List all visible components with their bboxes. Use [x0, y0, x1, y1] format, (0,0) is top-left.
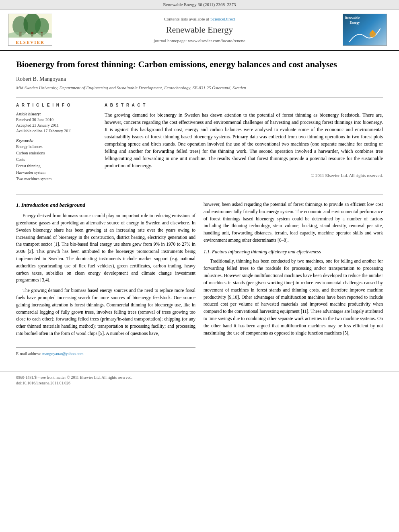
- accepted-date: Accepted 23 January 2011: [16, 123, 97, 128]
- keyword-4: Forest thinning: [16, 163, 97, 169]
- nature-illustration: [8, 14, 52, 38]
- journal-logo-text: RenewableEnergy: [345, 16, 360, 25]
- intro-para2: The growing demand for biomass based ene…: [16, 287, 195, 337]
- abstract-column: A B S T R A C T The growing demand for b…: [105, 103, 383, 186]
- article-info-column: A R T I C L E I N F O Article history: R…: [16, 103, 97, 186]
- abstract-heading: A B S T R A C T: [105, 103, 383, 108]
- keyword-6: Two machines system: [16, 176, 97, 182]
- right-para2: Traditionally, thinning has been conduct…: [204, 258, 383, 337]
- renewable-energy-logo-graphic: [345, 27, 385, 44]
- main-content: Bioenergy from forest thinning: Carbon e…: [0, 51, 399, 365]
- body-columns: 1. Introduction and background Energy de…: [16, 201, 383, 357]
- author-name: Robert B. Mangoyana: [16, 75, 383, 83]
- affiliation: Mid Sweden University, Department of Eng…: [16, 85, 383, 91]
- bottom-bar: 0960-1481/$ – see front matter © 2011 El…: [0, 371, 399, 389]
- keyword-2: Carbon emissions: [16, 150, 97, 156]
- bottom-copyright: 0960-1481/$ – see front matter © 2011 El…: [16, 375, 132, 380]
- email-footnote: E-mail address: mangoyanar@yahoo.com: [16, 351, 195, 357]
- footnote-section: E-mail address: mangoyanar@yahoo.com: [16, 347, 195, 357]
- article-info-abstract-section: A R T I C L E I N F O Article history: R…: [16, 97, 383, 186]
- abstract-text: The growing demand for bioenergy in Swed…: [105, 111, 383, 169]
- elsevier-logo-area: ELSEVIER: [8, 14, 56, 46]
- keyword-5: Harwarder system: [16, 169, 97, 176]
- email-label: E-mail address:: [16, 351, 41, 356]
- body-left-column: 1. Introduction and background Energy de…: [16, 201, 195, 357]
- keyword-1: Energy balances: [16, 144, 97, 150]
- body-right-column: however, been asked regarding the potent…: [204, 201, 383, 357]
- history-label: Article history:: [16, 111, 97, 117]
- journal-header-center: Contents lists available at ScienceDirec…: [60, 16, 339, 44]
- keywords-block: Keywords: Energy balances Carbon emissio…: [16, 138, 97, 182]
- journal-header: ELSEVIER Contents lists available at Sci…: [0, 10, 399, 51]
- email-link[interactable]: mangoyanar@yahoo.com: [42, 351, 84, 356]
- journal-logo-box: RenewableEnergy: [343, 14, 387, 46]
- sub-section-heading: 1.1. Factors influencing thinning effici…: [204, 248, 383, 256]
- journal-homepage: journal homepage: www.elsevier.com/locat…: [60, 38, 339, 44]
- elsevier-wordmark: ELSEVIER: [16, 39, 45, 45]
- sciencedirect-link[interactable]: ScienceDirect: [210, 16, 235, 21]
- elsevier-logo-box: ELSEVIER: [8, 14, 52, 46]
- article-history-block: Article history: Received 30 June 2010 A…: [16, 111, 97, 134]
- journal-citation: Renewable Energy 36 (2011) 2368–2373: [163, 2, 236, 7]
- keyword-3: Costs: [16, 156, 97, 163]
- top-bar: Renewable Energy 36 (2011) 2368–2373: [0, 0, 399, 10]
- received-date: Received 30 June 2010: [16, 117, 97, 123]
- contents-available: Contents lists available at ScienceDirec…: [60, 16, 339, 22]
- keywords-label: Keywords:: [16, 138, 97, 144]
- intro-para1: Energy derived from biomass sources coul…: [16, 212, 195, 284]
- available-date: Available online 17 February 2011: [16, 128, 97, 134]
- journal-logo-area: RenewableEnergy: [343, 14, 391, 46]
- journal-title: Renewable Energy: [60, 24, 339, 36]
- intro-heading: 1. Introduction and background: [16, 201, 195, 209]
- copyright-notice: © 2011 Elsevier Ltd. All rights reserved…: [105, 173, 383, 179]
- article-title: Bioenergy from forest thinning: Carbon e…: [16, 59, 383, 70]
- right-para1: however, been asked regarding the potent…: [204, 201, 383, 244]
- keywords-list: Energy balances Carbon emissions Costs F…: [16, 144, 97, 182]
- section-divider: [16, 194, 383, 195]
- doi-link: doi:10.1016/j.renene.2011.01.026: [16, 381, 70, 385]
- article-info-heading: A R T I C L E I N F O: [16, 103, 97, 108]
